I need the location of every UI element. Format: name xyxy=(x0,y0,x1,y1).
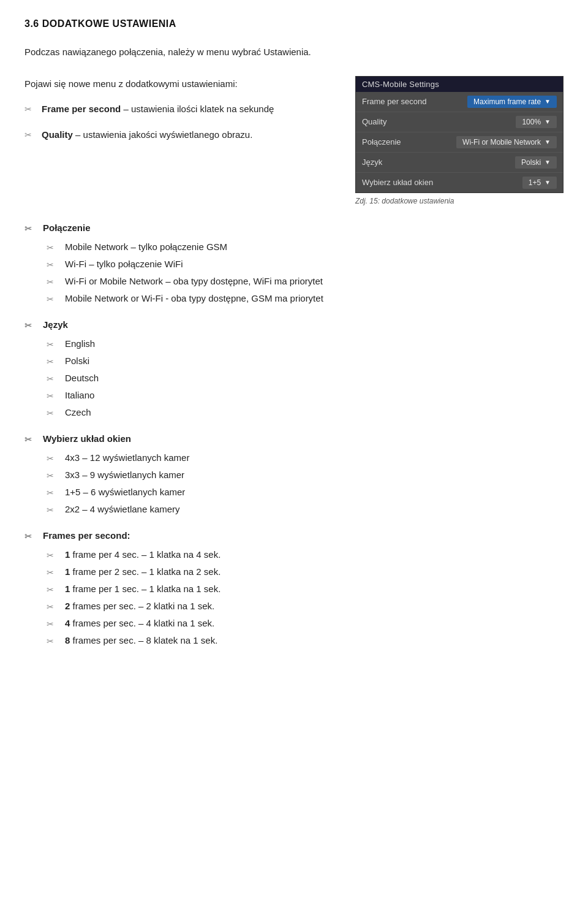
fps-num-1: 1 xyxy=(65,566,70,577)
bullet-icon-lay2 xyxy=(47,486,59,498)
list-item: 2 frames per sec. – 2 klatki na 1 sek. xyxy=(47,599,564,614)
bullet-icon-fps-section xyxy=(24,531,37,544)
fps-num-3: 2 xyxy=(65,601,70,611)
list-item: Deutsch xyxy=(47,371,564,386)
list-item: Wi-Fi – tylko połączenie WiFi xyxy=(47,257,564,272)
fps-desc: ustawienia ilości klatek na sekundę xyxy=(131,104,274,114)
fps-section: Frames per second: 1 frame per 4 sec. – … xyxy=(24,530,564,648)
fps-sub-list: 1 frame per 4 sec. – 1 klatka na 4 sek. … xyxy=(47,547,564,648)
lang-item-1: Polski xyxy=(65,354,89,368)
bullet-icon-fps xyxy=(24,102,37,115)
bullet-icon-l2 xyxy=(47,372,59,384)
fps-text: Frame per second – ustawienia ilości kla… xyxy=(42,101,274,117)
list-item: Polski xyxy=(47,354,564,368)
cms-label-polaczenie: Połączenie xyxy=(362,137,401,146)
cms-value-uklad[interactable]: 1+5 ▼ xyxy=(522,177,557,189)
cms-label-jezyk: Język xyxy=(362,158,382,167)
bullet-icon-language xyxy=(24,321,37,333)
layout-label-text: Wybierz układ okien xyxy=(43,433,131,444)
fps-section-label: Frames per second: xyxy=(24,530,564,544)
list-item: 1+5 – 6 wyświetlanych kamer xyxy=(47,485,564,500)
bullet-icon-l3 xyxy=(47,389,59,401)
cms-value-quality[interactable]: 100% ▼ xyxy=(516,116,557,128)
bullet-icon-quality xyxy=(24,128,37,140)
cms-row-jezyk: Język Polski ▼ xyxy=(356,153,563,173)
fps-item-1: 1 frame per 2 sec. – 1 klatka na 2 sek. xyxy=(65,565,221,579)
cms-label-fps: Frame per second xyxy=(362,97,427,106)
quality-item: Quality – ustawienia jakości wyświetlane… xyxy=(24,127,337,143)
lang-item-2: Deutsch xyxy=(65,371,99,386)
list-item: 4 frames per sec. – 4 klatki na 1 sek. xyxy=(47,616,564,631)
bullet-icon-c1 xyxy=(47,258,59,270)
layout-sub-list: 4x3 – 12 wyświetlanych kamer 3x3 – 9 wyś… xyxy=(47,451,564,517)
intro-text: Pojawi się nowe menu z dodatkowymi ustaw… xyxy=(24,76,337,143)
fps-label: Frame per second xyxy=(42,104,121,114)
lang-item-0: English xyxy=(65,337,95,351)
list-item: 3x3 – 9 wyświetlanych kamer xyxy=(47,468,564,482)
list-item: 8 frames per sec. – 8 klatek na 1 sek. xyxy=(47,633,564,648)
bullet-icon-c2 xyxy=(47,275,59,287)
bullet-icon-fps4 xyxy=(47,617,59,630)
section-title: 3.6 Dodatkowe ustawienia xyxy=(24,18,564,29)
fps-num-2: 1 xyxy=(65,584,70,594)
cms-row-polaczenie: Połączenie Wi-Fi or Mobile Network ▼ xyxy=(356,132,563,153)
cms-value-jezyk[interactable]: Polski ▼ xyxy=(515,156,557,169)
language-label-text: Język xyxy=(43,319,68,330)
figure-caption: Zdj. 15: dodatkowe ustawienia xyxy=(355,197,454,205)
bullet-icon-fps1 xyxy=(47,566,59,578)
intro-lead: Pojawi się nowe menu z dodatkowymi ustaw… xyxy=(24,76,337,92)
language-label: Język xyxy=(24,319,564,333)
fps-num-4: 4 xyxy=(65,618,70,628)
cms-label-uklad: Wybierz układ okien xyxy=(362,178,433,187)
list-item: Mobile Network – tylko połączenie GSM xyxy=(47,240,564,254)
bullet-icon-l1 xyxy=(47,355,59,367)
cms-value-polaczenie[interactable]: Wi-Fi or Mobile Network ▼ xyxy=(456,136,557,148)
frame-per-second-item: Frame per second – ustawienia ilości kla… xyxy=(24,101,337,117)
bullet-icon-lay1 xyxy=(47,469,59,481)
quality-desc: ustawienia jakości wyświetlanego obrazu. xyxy=(83,129,253,140)
dropdown-arrow-quality: ▼ xyxy=(545,118,551,125)
connection-label: Połączenie xyxy=(24,223,564,236)
intro-section: Pojawi się nowe menu z dodatkowymi ustaw… xyxy=(24,76,564,205)
connection-item-1: Wi-Fi – tylko połączenie WiFi xyxy=(65,257,183,272)
cms-settings-box: CMS-Mobile Settings Frame per second Max… xyxy=(355,76,564,193)
bullet-icon-l0 xyxy=(47,338,59,350)
list-item: 1 frame per 1 sec. – 1 klatka na 1 sek. xyxy=(47,582,564,596)
connection-section: Połączenie Mobile Network – tylko połącz… xyxy=(24,223,564,306)
lang-item-3: Italiano xyxy=(65,388,94,403)
fps-item-3: 2 frames per sec. – 2 klatki na 1 sek. xyxy=(65,599,214,614)
main-content: Połączenie Mobile Network – tylko połącz… xyxy=(24,223,564,648)
cms-row-fps: Frame per second Maximum frame rate ▼ xyxy=(356,92,563,112)
connection-item-2: Wi-Fi or Mobile Network – oba typy dostę… xyxy=(65,274,323,289)
bullet-icon-lay3 xyxy=(47,503,59,516)
list-item: 1 frame per 4 sec. – 1 klatka na 4 sek. xyxy=(47,547,564,562)
quality-text: Quality – ustawienia jakości wyświetlane… xyxy=(42,127,252,143)
fps-section-label-text: Frames per second: xyxy=(43,530,130,541)
list-item: Wi-Fi or Mobile Network – oba typy dostę… xyxy=(47,274,564,289)
list-item: 4x3 – 12 wyświetlanych kamer xyxy=(47,451,564,465)
cms-label-quality: Quality xyxy=(362,117,386,126)
dropdown-arrow-polaczenie: ▼ xyxy=(545,139,551,145)
connection-sub-list: Mobile Network – tylko połączenie GSM Wi… xyxy=(47,240,564,306)
language-sub-list: English Polski Deutsch Italiano Czech xyxy=(47,337,564,420)
bullet-icon-fps3 xyxy=(47,600,59,612)
intro-paragraph: Podczas nawiązanego połączenia, należy w… xyxy=(24,44,564,60)
cms-row-uklad: Wybierz układ okien 1+5 ▼ xyxy=(356,173,563,192)
fps-item-5: 8 frames per sec. – 8 klatek na 1 sek. xyxy=(65,633,217,648)
connection-label-text: Połączenie xyxy=(43,223,91,233)
fps-num-5: 8 xyxy=(65,635,70,645)
bullet-icon-fps0 xyxy=(47,549,59,561)
cms-value-fps[interactable]: Maximum frame rate ▼ xyxy=(467,96,557,108)
layout-label: Wybierz układ okien xyxy=(24,433,564,447)
cms-title-bar: CMS-Mobile Settings xyxy=(356,77,563,92)
layout-item-3: 2x2 – 4 wyświetlane kamery xyxy=(65,502,180,517)
connection-item-3: Mobile Network or Wi-Fi - oba typy dostę… xyxy=(65,291,323,306)
list-item: Italiano xyxy=(47,388,564,403)
list-item: English xyxy=(47,337,564,351)
layout-section: Wybierz układ okien 4x3 – 12 wyświetlany… xyxy=(24,433,564,517)
bullet-icon-c3 xyxy=(47,292,59,305)
bullet-icon-fps2 xyxy=(47,583,59,595)
dropdown-arrow-fps: ▼ xyxy=(545,98,551,105)
bullet-icon-lay0 xyxy=(47,452,59,464)
lang-item-4: Czech xyxy=(65,405,91,420)
